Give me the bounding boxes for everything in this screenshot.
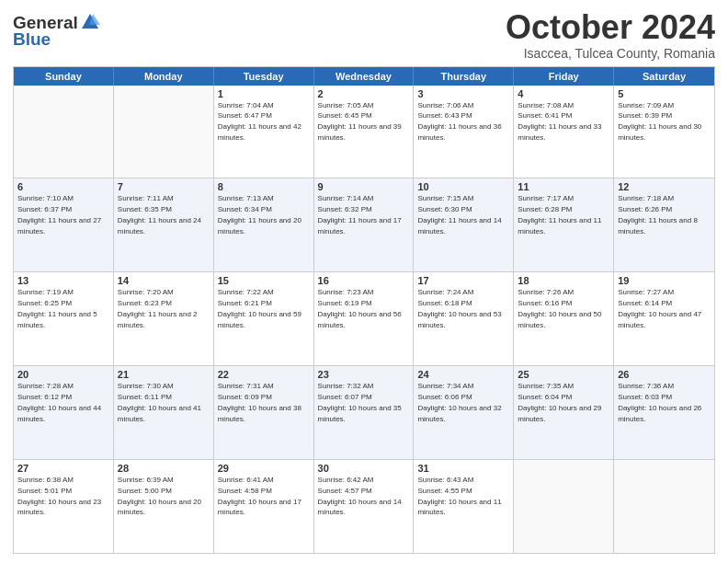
header: General Blue October 2024 Isaccea, Tulce… [13,9,715,61]
day-number: 1 [218,88,310,99]
day-number: 11 [518,181,609,192]
header-day-thursday: Thursday [414,67,514,86]
day-info: Sunrise: 7:22 AM Sunset: 6:21 PM Dayligh… [218,288,301,328]
day-number: 12 [618,181,711,192]
day-cell-3: 3Sunrise: 7:06 AM Sunset: 6:43 PM Daylig… [414,86,514,178]
day-info: Sunrise: 7:10 AM Sunset: 6:37 PM Dayligh… [17,194,101,235]
header-day-tuesday: Tuesday [214,67,314,86]
day-cell-27: 27Sunrise: 6:38 AM Sunset: 5:01 PM Dayli… [14,460,114,553]
day-cell-15: 15Sunrise: 7:22 AM Sunset: 6:21 PM Dayli… [214,272,314,365]
day-info: Sunrise: 7:09 AM Sunset: 6:39 PM Dayligh… [618,101,701,142]
day-cell-18: 18Sunrise: 7:26 AM Sunset: 6:16 PM Dayli… [514,272,614,365]
calendar-row-4: 20Sunrise: 7:28 AM Sunset: 6:12 PM Dayli… [14,365,714,459]
day-info: Sunrise: 7:15 AM Sunset: 6:30 PM Dayligh… [417,194,501,235]
day-info: Sunrise: 7:36 AM Sunset: 6:03 PM Dayligh… [618,382,701,422]
day-number: 20 [17,369,109,380]
day-info: Sunrise: 7:27 AM Sunset: 6:14 PM Dayligh… [618,288,701,328]
header-day-saturday: Saturday [614,67,714,86]
day-info: Sunrise: 7:30 AM Sunset: 6:11 PM Dayligh… [118,382,201,422]
day-cell-30: 30Sunrise: 6:42 AM Sunset: 4:57 PM Dayli… [314,460,415,553]
day-info: Sunrise: 6:41 AM Sunset: 4:58 PM Dayligh… [218,476,301,516]
day-cell-28: 28Sunrise: 6:39 AM Sunset: 5:00 PM Dayli… [114,460,214,553]
empty-cell [114,86,214,178]
day-cell-17: 17Sunrise: 7:24 AM Sunset: 6:18 PM Dayli… [414,272,514,365]
day-info: Sunrise: 7:34 AM Sunset: 6:06 PM Dayligh… [417,382,501,422]
month-title: October 2024 [506,9,715,46]
day-cell-20: 20Sunrise: 7:28 AM Sunset: 6:12 PM Dayli… [14,366,114,459]
day-number: 14 [118,275,210,286]
day-number: 31 [417,463,509,474]
day-number: 13 [17,275,109,286]
day-number: 29 [218,463,310,474]
logo-icon [80,12,100,32]
day-info: Sunrise: 7:35 AM Sunset: 6:04 PM Dayligh… [518,382,601,422]
header-day-monday: Monday [114,67,214,86]
day-number: 5 [618,88,711,99]
day-cell-1: 1Sunrise: 7:04 AM Sunset: 6:47 PM Daylig… [214,86,314,178]
day-cell-2: 2Sunrise: 7:05 AM Sunset: 6:45 PM Daylig… [314,86,415,178]
day-info: Sunrise: 7:24 AM Sunset: 6:18 PM Dayligh… [417,288,501,328]
empty-cell [514,460,614,553]
day-cell-10: 10Sunrise: 7:15 AM Sunset: 6:30 PM Dayli… [414,178,514,271]
day-cell-29: 29Sunrise: 6:41 AM Sunset: 4:58 PM Dayli… [214,460,314,553]
day-info: Sunrise: 7:11 AM Sunset: 6:35 PM Dayligh… [118,194,201,235]
day-info: Sunrise: 7:23 AM Sunset: 6:19 PM Dayligh… [318,288,402,328]
day-info: Sunrise: 7:32 AM Sunset: 6:07 PM Dayligh… [318,382,402,422]
empty-cell [614,460,714,553]
day-info: Sunrise: 7:26 AM Sunset: 6:16 PM Dayligh… [518,288,601,328]
calendar-row-1: 1Sunrise: 7:04 AM Sunset: 6:47 PM Daylig… [14,86,714,178]
day-info: Sunrise: 7:31 AM Sunset: 6:09 PM Dayligh… [218,382,301,422]
day-number: 21 [118,369,210,380]
day-number: 16 [318,275,410,286]
day-info: Sunrise: 7:13 AM Sunset: 6:34 PM Dayligh… [218,194,301,235]
day-number: 24 [417,369,509,380]
day-number: 25 [518,369,609,380]
day-info: Sunrise: 7:08 AM Sunset: 6:41 PM Dayligh… [518,101,601,142]
day-cell-7: 7Sunrise: 7:11 AM Sunset: 6:35 PM Daylig… [114,178,214,271]
day-number: 23 [318,369,410,380]
day-number: 8 [218,181,310,192]
day-number: 28 [118,463,210,474]
logo: General Blue [13,13,100,50]
header-day-wednesday: Wednesday [314,67,415,86]
logo-blue-text: Blue [13,29,51,50]
day-cell-6: 6Sunrise: 7:10 AM Sunset: 6:37 PM Daylig… [14,178,114,271]
day-info: Sunrise: 7:18 AM Sunset: 6:26 PM Dayligh… [618,194,698,235]
day-number: 26 [618,369,711,380]
day-info: Sunrise: 6:42 AM Sunset: 4:57 PM Dayligh… [318,476,402,516]
day-cell-16: 16Sunrise: 7:23 AM Sunset: 6:19 PM Dayli… [314,272,415,365]
day-cell-11: 11Sunrise: 7:17 AM Sunset: 6:28 PM Dayli… [514,178,614,271]
day-cell-8: 8Sunrise: 7:13 AM Sunset: 6:34 PM Daylig… [214,178,314,271]
day-cell-5: 5Sunrise: 7:09 AM Sunset: 6:39 PM Daylig… [614,86,714,178]
day-number: 18 [518,275,609,286]
day-number: 4 [518,88,609,99]
day-number: 19 [618,275,711,286]
day-number: 17 [417,275,509,286]
day-info: Sunrise: 7:17 AM Sunset: 6:28 PM Dayligh… [518,194,601,235]
day-info: Sunrise: 6:39 AM Sunset: 5:00 PM Dayligh… [118,476,201,516]
day-info: Sunrise: 7:20 AM Sunset: 6:23 PM Dayligh… [118,288,198,328]
day-number: 10 [417,181,509,192]
day-info: Sunrise: 7:19 AM Sunset: 6:25 PM Dayligh… [17,288,97,328]
day-cell-26: 26Sunrise: 7:36 AM Sunset: 6:03 PM Dayli… [614,366,714,459]
calendar-row-2: 6Sunrise: 7:10 AM Sunset: 6:37 PM Daylig… [14,178,714,271]
title-area: October 2024 Isaccea, Tulcea County, Rom… [506,9,715,61]
day-cell-23: 23Sunrise: 7:32 AM Sunset: 6:07 PM Dayli… [314,366,415,459]
day-info: Sunrise: 6:43 AM Sunset: 4:55 PM Dayligh… [417,476,501,516]
day-cell-22: 22Sunrise: 7:31 AM Sunset: 6:09 PM Dayli… [214,366,314,459]
calendar-header: SundayMondayTuesdayWednesdayThursdayFrid… [14,67,714,86]
day-info: Sunrise: 6:38 AM Sunset: 5:01 PM Dayligh… [17,476,101,516]
day-cell-31: 31Sunrise: 6:43 AM Sunset: 4:55 PM Dayli… [414,460,514,553]
main-container: General Blue October 2024 Isaccea, Tulce… [0,0,728,563]
day-cell-9: 9Sunrise: 7:14 AM Sunset: 6:32 PM Daylig… [314,178,415,271]
day-cell-13: 13Sunrise: 7:19 AM Sunset: 6:25 PM Dayli… [14,272,114,365]
empty-cell [14,86,114,178]
day-number: 3 [417,88,509,99]
day-number: 22 [218,369,310,380]
day-info: Sunrise: 7:28 AM Sunset: 6:12 PM Dayligh… [17,382,101,422]
day-cell-21: 21Sunrise: 7:30 AM Sunset: 6:11 PM Dayli… [114,366,214,459]
location-subtitle: Isaccea, Tulcea County, Romania [506,46,715,61]
day-number: 9 [318,181,410,192]
calendar: SundayMondayTuesdayWednesdayThursdayFrid… [13,66,715,554]
calendar-row-3: 13Sunrise: 7:19 AM Sunset: 6:25 PM Dayli… [14,271,714,365]
